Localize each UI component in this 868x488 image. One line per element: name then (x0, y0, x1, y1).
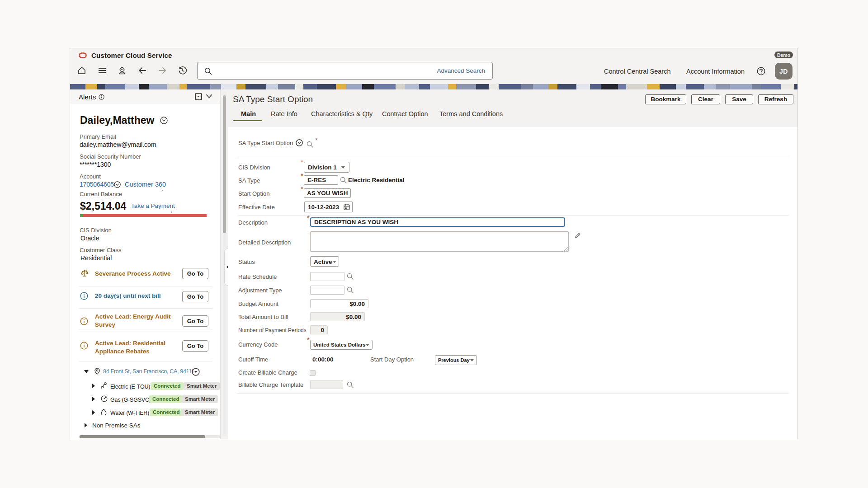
search-lookup-icon[interactable] (307, 141, 313, 148)
history-icon[interactable] (178, 66, 187, 75)
go-to-button[interactable]: Go To (182, 340, 208, 352)
search-lookup-icon[interactable] (340, 177, 347, 183)
resize-grip[interactable] (564, 247, 568, 251)
description-input[interactable] (310, 217, 565, 227)
alert-text[interactable]: 20 day(s) until next bill (95, 292, 179, 300)
customer-class-value: Residential (80, 254, 112, 262)
start-option-input[interactable] (304, 188, 351, 198)
field-label: Number of Payment Periods (238, 327, 307, 333)
expand-hint-icon: › (161, 188, 163, 193)
select-value: Previous Day (438, 357, 470, 363)
pencil-icon[interactable] (575, 232, 581, 239)
create-billable-charge-checkbox[interactable] (310, 370, 316, 376)
expand-icon[interactable] (296, 139, 303, 146)
required-marker: * (307, 338, 310, 341)
tab-main[interactable]: Main (241, 110, 256, 117)
go-to-button[interactable]: Go To (182, 315, 208, 327)
collapse-triangle-icon[interactable] (84, 370, 89, 373)
h-scrollbar-thumb[interactable] (80, 435, 205, 438)
avatar[interactable]: JD (775, 63, 793, 80)
budget-amount-input[interactable] (310, 299, 368, 308)
tab-characteristics-qty[interactable]: Characteristics & Qty (311, 110, 373, 117)
expand-triangle-icon[interactable] (92, 410, 95, 415)
caret-down-icon (333, 261, 336, 263)
field-label: Effective Date (238, 204, 275, 211)
alert-text[interactable]: Active Lead: Residential Appliance Rebat… (95, 339, 179, 356)
sa-type-description: Electric Residential (348, 177, 405, 183)
tab-contract-option[interactable]: Contract Option (382, 110, 428, 117)
advanced-search-link[interactable]: Advanced Search (437, 67, 485, 74)
tab-rate-info[interactable]: Rate Info (271, 110, 297, 117)
connected-badge: Connected (150, 408, 183, 416)
alerts-header: Alerts (70, 89, 220, 104)
collapse-panel-icon[interactable] (195, 93, 202, 100)
alert-text[interactable]: Severance Process Active (95, 270, 179, 278)
go-to-button[interactable]: Go To (182, 268, 208, 279)
field-label: SA Type Start Option (238, 140, 293, 146)
select-value: United States Dollars (313, 342, 366, 347)
status-select[interactable]: Active (310, 256, 339, 267)
expand-triangle-icon[interactable] (85, 423, 87, 427)
service-name[interactable]: Gas (G-SGSVC) (110, 397, 151, 403)
payment-periods-input (310, 325, 328, 334)
clear-button[interactable]: Clear (691, 94, 720, 104)
expand-triangle-icon[interactable] (92, 384, 95, 388)
go-to-button[interactable]: Go To (182, 291, 208, 302)
sa-type-input[interactable] (304, 175, 338, 185)
search-lookup-icon[interactable] (347, 273, 354, 280)
service-name[interactable]: Electric (E-TOU) (110, 384, 150, 390)
chevron-down-icon[interactable] (206, 94, 212, 99)
detailed-description-textarea[interactable] (310, 231, 569, 252)
currency-code-select[interactable]: United States Dollars (310, 340, 373, 350)
save-button[interactable]: Save (725, 94, 753, 104)
rate-schedule-input[interactable] (310, 272, 344, 281)
adjustment-type-input[interactable] (310, 286, 344, 295)
start-day-option-select[interactable]: Previous Day (435, 355, 477, 365)
account-number-link[interactable]: 1705064605 (80, 181, 114, 188)
account-information-link[interactable]: Account Information (686, 68, 745, 75)
account-expand-icon[interactable] (114, 181, 121, 188)
service-name[interactable]: Water (W-TIER) (110, 410, 149, 416)
app-title: Customer Cloud Service (91, 52, 172, 59)
person-icon[interactable] (118, 66, 127, 75)
tab-terms-conditions[interactable]: Terms and Conditions (439, 110, 503, 117)
bookmark-button[interactable]: Bookmark (645, 94, 686, 104)
expand-triangle-icon[interactable] (92, 397, 95, 401)
required-marker: * (301, 174, 303, 177)
forward-icon[interactable] (158, 66, 167, 75)
info-icon (99, 94, 104, 100)
connected-badge: Connected (149, 395, 182, 403)
search-lookup-icon[interactable] (347, 286, 354, 293)
customer-360-link[interactable]: Customer 360 (125, 181, 166, 188)
field-label: Currency Code (238, 341, 278, 348)
v-scrollbar-thumb[interactable] (223, 95, 226, 233)
required-marker: * (301, 160, 303, 164)
menu-icon[interactable] (98, 66, 107, 75)
control-central-search-link[interactable]: Control Central Search (604, 68, 671, 75)
search-input[interactable] (217, 62, 425, 79)
alert-text[interactable]: Active Lead: Energy Audit Survey (95, 313, 179, 329)
customer-expand-icon[interactable] (160, 117, 168, 124)
cis-division-value: Oracle (80, 235, 99, 242)
top-bar: Customer Cloud Service (70, 48, 797, 84)
content-area: Alerts Dailey,Matthew Primary Email dail… (70, 89, 797, 439)
field-label: Adjustment Type (238, 287, 282, 294)
premise-menu-icon[interactable] (192, 368, 200, 376)
search-lookup-icon[interactable] (347, 381, 354, 388)
balance-bar (80, 214, 207, 217)
cis-division-select[interactable]: Division 1 (304, 162, 349, 173)
premise-address-link[interactable]: 84 Front St, San Francisco, CA, 94111 (103, 368, 194, 375)
take-payment-link[interactable]: Take a Payment (131, 202, 175, 209)
scales-icon (80, 269, 89, 278)
field-label: Billable Charge Template (238, 381, 303, 388)
primary-email-value: dailey.matthew@ymail.com (80, 141, 156, 148)
calendar-icon[interactable] (344, 204, 350, 210)
back-icon[interactable] (138, 66, 147, 75)
field-label: Description (238, 219, 268, 226)
field-label: Start Day Option (370, 356, 414, 363)
help-icon[interactable] (757, 67, 765, 75)
home-icon[interactable] (77, 66, 86, 75)
refresh-button[interactable]: Refresh (758, 94, 793, 104)
field-label: Budget Amount (238, 300, 278, 307)
non-premise-sas[interactable]: Non Premise SAs (92, 422, 141, 429)
